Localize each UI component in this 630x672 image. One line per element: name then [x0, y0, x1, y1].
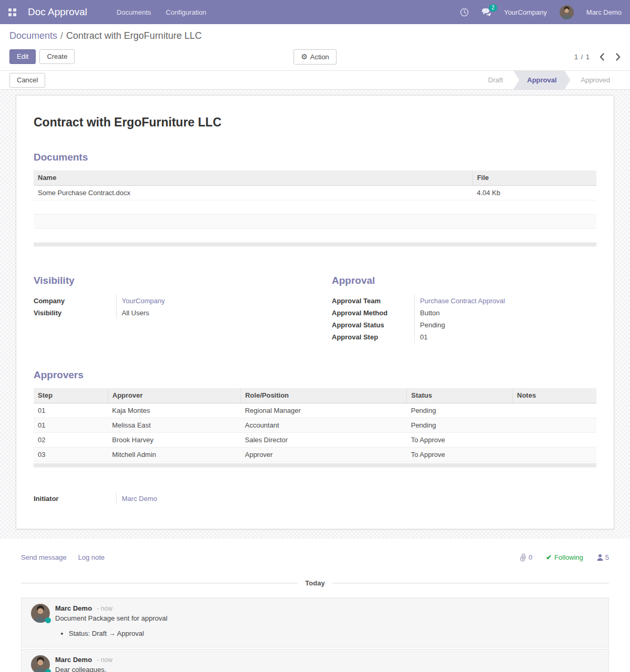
chatter: Send message Log note 0 ✔ Following 5 To…	[0, 539, 630, 672]
approvers-col-status[interactable]: Status	[407, 388, 513, 403]
approval-step-label: Approval Step	[332, 331, 414, 343]
stage-approved[interactable]: Approved	[570, 71, 621, 89]
pager: 1 / 1	[574, 53, 621, 61]
message-card: Marc Demo - now Document Package sent fo…	[21, 598, 609, 647]
stage-draft[interactable]: Draft	[478, 71, 513, 89]
stage-pipeline: Draft Approval Approved	[478, 71, 621, 89]
approvers-col-step[interactable]: Step	[34, 388, 108, 403]
approval-status-label: Approval Status	[332, 319, 414, 331]
message-greeting: Dear colleagues,	[55, 666, 599, 672]
documents-col-file[interactable]: File	[472, 170, 596, 185]
approver-notes-cell[interactable]	[512, 403, 596, 418]
edit-button[interactable]: Edit	[9, 49, 36, 64]
user-avatar[interactable]	[560, 5, 574, 19]
company-switcher[interactable]: YourCompany	[504, 8, 547, 16]
document-row[interactable]: Some Purchase Contract.docx 4.04 Kb	[34, 185, 596, 200]
visibility-value: All Users	[116, 307, 298, 319]
approver-step-cell[interactable]: 03	[34, 447, 108, 462]
document-name-cell[interactable]: Some Purchase Contract.docx	[34, 185, 472, 200]
stage-approval[interactable]: Approval	[513, 71, 570, 89]
approval-section-title: Approval	[332, 275, 596, 286]
approver-row[interactable]: 03 Mitchell Admin Approver To Approve	[34, 447, 596, 462]
approver-name-cell[interactable]: Mitchell Admin	[108, 447, 241, 462]
user-menu[interactable]: Marc Demo	[586, 8, 622, 16]
visibility-label: Visibility	[34, 307, 116, 319]
approver-role-cell[interactable]: Regional Manager	[240, 403, 406, 418]
documents-col-name[interactable]: Name	[34, 170, 472, 185]
approver-notes-cell[interactable]	[512, 418, 596, 432]
documents-table-footer	[34, 242, 596, 247]
approvers-col-notes[interactable]: Notes	[512, 388, 596, 403]
menu-configuration[interactable]: Configuration	[166, 8, 206, 16]
breadcrumb-documents[interactable]: Documents	[9, 30, 57, 41]
approver-status-cell[interactable]: To Approve	[407, 447, 513, 462]
followers-button[interactable]: 5	[597, 553, 609, 561]
activities-clock-icon[interactable]	[460, 8, 469, 17]
apps-grid-icon[interactable]	[8, 8, 16, 16]
approval-team-value[interactable]: Purchase Contract Approval	[414, 295, 596, 307]
message-text: Document Package sent for approval	[55, 614, 599, 622]
message-avatar[interactable]	[31, 604, 50, 623]
approver-row[interactable]: 01 Kaja Montes Regional Manager Pending	[34, 403, 596, 418]
form-sheet: Contract with ErgoFurniture LLC Document…	[16, 95, 614, 529]
approver-row[interactable]: 01 Melissa East Accountant Pending	[34, 418, 596, 432]
approver-role-cell[interactable]: Accountant	[240, 418, 406, 432]
approval-step-value: 01	[414, 331, 596, 343]
message-author[interactable]: Marc Demo	[55, 604, 92, 612]
company-label: Company	[34, 295, 116, 307]
menu-documents[interactable]: Documents	[117, 8, 151, 16]
check-icon: ✔	[546, 553, 552, 561]
cancel-button[interactable]: Cancel	[9, 73, 45, 88]
approvers-col-role[interactable]: Role/Position	[240, 388, 406, 403]
action-button[interactable]: ⚙Action	[293, 49, 337, 65]
table-empty-row	[34, 214, 596, 228]
pager-next-icon[interactable]	[616, 53, 621, 61]
log-note-link[interactable]: Log note	[78, 553, 105, 561]
approver-notes-cell[interactable]	[512, 447, 596, 462]
messages-icon[interactable]: 2	[481, 8, 491, 16]
initiator-value[interactable]: Marc Demo	[116, 493, 596, 505]
approver-status-cell[interactable]: To Approve	[407, 432, 513, 447]
approver-name-cell[interactable]: Melissa East	[108, 418, 241, 432]
message-card: Marc Demo - now Dear colleagues, Please …	[21, 649, 609, 672]
approvers-table: Step Approver Role/Position Status Notes…	[34, 388, 596, 462]
approver-name-cell[interactable]: Brook Harvey	[108, 432, 241, 447]
approver-role-cell[interactable]: Sales Director	[240, 432, 406, 447]
pager-value: 1 / 1	[574, 53, 590, 61]
create-button[interactable]: Create	[39, 49, 75, 64]
message-count-badge[interactable]: 2	[489, 4, 497, 12]
app-title[interactable]: Doc Approval	[28, 6, 87, 18]
approver-status-cell[interactable]: Pending	[407, 403, 513, 418]
document-file-cell[interactable]: 4.04 Kb	[472, 185, 596, 200]
following-button[interactable]: ✔ Following	[546, 553, 583, 561]
message-status-change: Status: Draft → Approval	[69, 630, 599, 637]
approver-row[interactable]: 02 Brook Harvey Sales Director To Approv…	[34, 432, 596, 447]
documents-section-title: Documents	[34, 152, 596, 163]
approver-notes-cell[interactable]	[512, 432, 596, 447]
online-status-dot	[45, 669, 51, 672]
approval-method-label: Approval Method	[332, 307, 414, 319]
approval-team-label: Approval Team	[332, 295, 414, 307]
approver-step-cell[interactable]: 01	[34, 403, 108, 418]
approver-step-cell[interactable]: 02	[34, 432, 108, 447]
attachments-button[interactable]: 0	[520, 553, 532, 561]
table-empty-row	[34, 200, 596, 214]
send-message-link[interactable]: Send message	[21, 553, 67, 561]
attachment-count: 0	[529, 553, 532, 561]
record-title: Contract with ErgoFurniture LLC	[34, 115, 596, 130]
visibility-section-title: Visibility	[34, 275, 298, 286]
approver-step-cell[interactable]: 01	[34, 418, 108, 432]
person-icon	[597, 554, 603, 561]
company-value[interactable]: YourCompany	[116, 295, 298, 307]
paperclip-icon	[520, 553, 527, 561]
approvers-col-approver[interactable]: Approver	[108, 388, 241, 403]
message-author[interactable]: Marc Demo	[55, 656, 92, 664]
message-timestamp: - now	[97, 656, 112, 664]
message-avatar[interactable]	[31, 655, 50, 672]
control-panel: Documents/Contract with ErgoFurniture LL…	[0, 24, 630, 70]
approver-name-cell[interactable]: Kaja Montes	[108, 403, 241, 418]
pager-prev-icon[interactable]	[600, 53, 604, 61]
approver-role-cell[interactable]: Approver	[240, 447, 406, 462]
documents-table: Name File Some Purchase Contract.docx 4.…	[34, 170, 596, 242]
approver-status-cell[interactable]: Pending	[407, 418, 513, 432]
